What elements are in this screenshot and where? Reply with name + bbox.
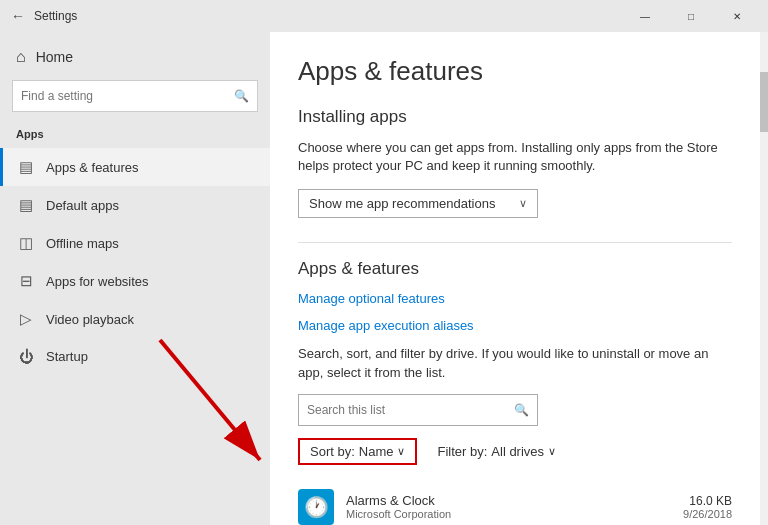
sidebar-item-apps-features[interactable]: ▤ Apps & features bbox=[0, 148, 270, 186]
installing-description: Choose where you can get apps from. Inst… bbox=[298, 139, 732, 175]
window-controls: — □ ✕ bbox=[622, 0, 760, 32]
content-area: Apps & features Installing apps Choose w… bbox=[270, 32, 760, 525]
section-divider bbox=[298, 242, 732, 243]
scrollbar-track[interactable] bbox=[760, 32, 768, 525]
sidebar-item-default-apps[interactable]: ▤ Default apps bbox=[0, 186, 270, 224]
filter-chevron-icon: ∨ bbox=[548, 445, 556, 458]
sort-chevron-icon: ∨ bbox=[397, 445, 405, 458]
sidebar-item-apps-websites[interactable]: ⊟ Apps for websites bbox=[0, 262, 270, 300]
table-row[interactable]: 🕐 Alarms & Clock Microsoft Corporation 1… bbox=[298, 481, 732, 525]
maximize-button[interactable]: □ bbox=[668, 0, 714, 32]
offline-maps-icon: ◫ bbox=[16, 234, 36, 252]
back-button[interactable]: ← bbox=[8, 6, 28, 26]
apps-websites-icon: ⊟ bbox=[16, 272, 36, 290]
scrollbar-thumb[interactable] bbox=[760, 72, 768, 132]
app-search-box[interactable]: 🔍 bbox=[298, 394, 538, 426]
home-icon: ⌂ bbox=[16, 48, 26, 66]
chevron-down-icon: ∨ bbox=[519, 197, 527, 210]
installing-section-title: Installing apps bbox=[298, 107, 732, 127]
app-publisher: Microsoft Corporation bbox=[346, 508, 683, 520]
sidebar-item-label: Default apps bbox=[46, 198, 119, 213]
apps-features-icon: ▤ bbox=[16, 158, 36, 176]
sidebar-item-label: Startup bbox=[46, 349, 88, 364]
sidebar-item-video-playback[interactable]: ▷ Video playback bbox=[0, 300, 270, 338]
minimize-button[interactable]: — bbox=[622, 0, 668, 32]
startup-icon: ⏻ bbox=[16, 348, 36, 365]
video-playback-icon: ▷ bbox=[16, 310, 36, 328]
manage-optional-features-link[interactable]: Manage optional features bbox=[298, 291, 732, 306]
app-date: 9/26/2018 bbox=[683, 508, 732, 520]
default-apps-icon: ▤ bbox=[16, 196, 36, 214]
sidebar-item-offline-maps[interactable]: ◫ Offline maps bbox=[0, 224, 270, 262]
main-layout: ⌂ Home 🔍 Apps ▤ Apps & features ▤ Defaul… bbox=[0, 32, 768, 525]
sidebar-item-label: Video playback bbox=[46, 312, 134, 327]
sidebar-search-icon: 🔍 bbox=[234, 89, 249, 103]
sidebar-item-label: Offline maps bbox=[46, 236, 119, 251]
dropdown-value: Show me app recommendations bbox=[309, 196, 495, 211]
sort-label: Sort by: bbox=[310, 444, 355, 459]
filter-control[interactable]: Filter by: All drives ∨ bbox=[437, 444, 556, 459]
apps-features-section-title: Apps & features bbox=[298, 259, 732, 279]
app-icon-alarms: 🕐 bbox=[298, 489, 334, 525]
sidebar-item-startup[interactable]: ⏻ Startup bbox=[0, 338, 270, 375]
sort-value: Name bbox=[359, 444, 394, 459]
filter-value: All drives bbox=[491, 444, 544, 459]
sidebar-search-box[interactable]: 🔍 bbox=[12, 80, 258, 112]
filter-description: Search, sort, and filter by drive. If yo… bbox=[298, 345, 732, 381]
page-title: Apps & features bbox=[298, 56, 732, 87]
sidebar: ⌂ Home 🔍 Apps ▤ Apps & features ▤ Defaul… bbox=[0, 32, 270, 525]
sidebar-item-label: Apps for websites bbox=[46, 274, 149, 289]
sort-filter-row: Sort by: Name ∨ Filter by: All drives ∨ bbox=[298, 438, 732, 465]
sidebar-section-title: Apps bbox=[0, 124, 270, 148]
search-icon: 🔍 bbox=[514, 403, 529, 417]
titlebar: ← Settings — □ ✕ bbox=[0, 0, 768, 32]
app-name: Alarms & Clock bbox=[346, 493, 683, 508]
app-details: Alarms & Clock Microsoft Corporation bbox=[346, 493, 683, 520]
app-search-input[interactable] bbox=[307, 403, 514, 417]
sidebar-item-home[interactable]: ⌂ Home bbox=[0, 40, 270, 74]
filter-label: Filter by: bbox=[437, 444, 487, 459]
close-button[interactable]: ✕ bbox=[714, 0, 760, 32]
titlebar-title: Settings bbox=[34, 9, 622, 23]
app-meta: 16.0 KB 9/26/2018 bbox=[683, 494, 732, 520]
app-recommendations-dropdown[interactable]: Show me app recommendations ∨ bbox=[298, 189, 538, 218]
sidebar-home-label: Home bbox=[36, 49, 73, 65]
app-size: 16.0 KB bbox=[683, 494, 732, 508]
sidebar-search-input[interactable] bbox=[21, 89, 234, 103]
sidebar-item-label: Apps & features bbox=[46, 160, 139, 175]
sort-control[interactable]: Sort by: Name ∨ bbox=[298, 438, 417, 465]
manage-app-execution-aliases-link[interactable]: Manage app execution aliases bbox=[298, 318, 732, 333]
